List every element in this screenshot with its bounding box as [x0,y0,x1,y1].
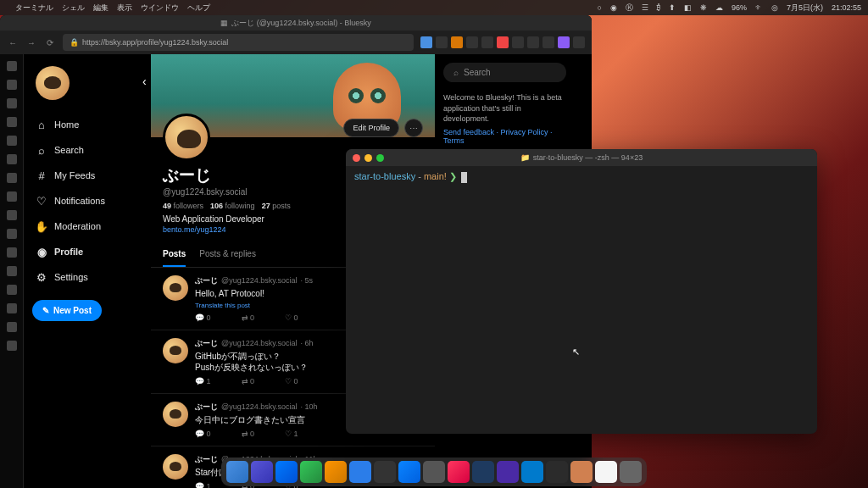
menubar-app[interactable]: ターミナル [15,3,53,14]
status-icon[interactable]: ❋ [700,3,707,12]
posts-stat[interactable]: 27 posts [262,202,291,210]
status-icon[interactable]: ⬆ [669,3,676,12]
extension-icon[interactable] [558,36,570,48]
status-icon[interactable]: ◉ [610,3,617,12]
extension-icon[interactable] [512,36,524,48]
back-button[interactable]: ← [7,36,19,48]
sidebar-tool[interactable] [7,322,17,332]
maximize-button[interactable] [376,154,384,162]
menubar-item[interactable]: シェル [62,3,85,14]
reply-button[interactable]: 💬 1 [195,482,211,488]
sidebar-tool[interactable] [7,61,17,71]
refresh-button[interactable]: ⟳ [44,36,56,48]
nav-home[interactable]: ⌂Home [32,114,142,136]
profile-avatar[interactable] [163,114,210,161]
menubar-item[interactable]: ウインドウ [141,3,179,14]
tab-posts[interactable]: Posts [163,242,186,267]
post-avatar[interactable] [163,454,188,480]
sidebar-tool[interactable] [7,136,17,146]
like-button[interactable]: ♡ 1 [285,430,298,438]
dock-app[interactable] [497,461,519,483]
sidebar-tool[interactable] [7,173,17,183]
nav-feeds[interactable]: #My Feeds [32,164,142,186]
like-button[interactable]: ♡ 0 [285,377,298,385]
post-author[interactable]: ぶーじ [195,454,218,465]
status-icon[interactable]: ◧ [684,3,692,12]
search-input[interactable]: ⌕ Search [443,63,566,82]
terminal-body[interactable]: star-to-bluesky - main! ❯ [346,166,817,434]
reply-button[interactable]: 💬 1 [195,377,211,385]
post-author[interactable]: ぶーじ [195,402,218,413]
followers-stat[interactable]: 49 followers [163,202,203,210]
sidebar-tool[interactable] [7,98,17,108]
more-button[interactable]: ⋯ [404,119,423,137]
extension-icon[interactable] [542,36,554,48]
menubar-item[interactable]: 表示 [117,3,132,14]
extension-icon[interactable] [573,36,585,48]
menubar-date[interactable]: 7月5日(水) [787,3,823,14]
menubar-item[interactable]: 編集 [93,3,108,14]
sidebar-tool[interactable] [7,191,17,202]
extension-icon[interactable] [451,36,463,48]
repost-button[interactable]: ⇄ 0 [242,430,255,438]
sidebar-tool[interactable] [7,266,17,276]
terminal-titlebar[interactable]: 📁 star-to-bluesky — -zsh — 94×23 [346,149,817,166]
extension-icon[interactable] [466,36,478,48]
sidebar-tool[interactable] [7,229,17,239]
url-bar[interactable]: 🔒 https://bsky.app/profile/yug1224.bsky.… [63,34,414,51]
dock-app[interactable] [349,461,371,483]
dock-app[interactable] [226,461,248,483]
extension-icon[interactable] [436,36,448,48]
extension-icon[interactable] [527,36,539,48]
extension-icon[interactable] [497,36,509,48]
dock-trash[interactable] [620,461,642,483]
dock-app[interactable] [423,461,445,483]
post-avatar[interactable] [163,338,188,363]
repost-button[interactable]: ⇄ 0 [242,377,255,385]
control-center-icon[interactable]: ◎ [771,3,778,12]
dock-app[interactable] [472,461,494,483]
dock-app[interactable] [570,461,593,483]
edit-profile-button[interactable]: Edit Profile [343,119,399,137]
close-button[interactable] [353,154,360,162]
following-stat[interactable]: 106 following [210,202,255,210]
dock-app[interactable] [251,461,273,483]
repost-button[interactable]: ⇄ 0 [242,313,255,322]
sidebar-tool[interactable] [7,117,17,127]
dock-app[interactable] [300,461,322,483]
dock-app[interactable] [325,461,347,483]
wifi-icon[interactable]: ᯤ [755,3,763,12]
menubar-item[interactable]: ヘルプ [187,3,210,14]
status-icon[interactable]: ○ [597,3,601,12]
reply-button[interactable]: 💬 0 [195,430,211,438]
browser-tab-title[interactable]: ぶーじ (@yug1224.bsky.social) - Bluesky [231,18,371,29]
extension-icon[interactable] [420,36,432,48]
post-avatar[interactable] [163,402,188,427]
sidebar-tool[interactable] [7,341,17,351]
sidebar-tool[interactable] [7,80,17,90]
forward-button[interactable]: → [25,36,37,48]
nav-profile[interactable]: ◉Profile [32,241,142,263]
sidebar-tool[interactable] [7,154,17,164]
dock-app[interactable] [398,461,420,483]
minimize-button[interactable] [364,154,372,162]
my-avatar[interactable] [36,66,70,100]
dock-app[interactable] [595,461,617,483]
extension-icon[interactable] [481,36,493,48]
status-icon[interactable]: ☁ [715,3,723,12]
profile-back-button[interactable]: ‹ [142,75,147,88]
menubar-time[interactable]: 21:02:55 [832,3,861,12]
terminal-window[interactable]: 📁 star-to-bluesky — -zsh — 94×23 star-to… [346,149,817,434]
new-post-button[interactable]: ✎New Post [32,300,102,321]
post-avatar[interactable] [163,275,188,301]
sidebar-tool[interactable] [7,210,17,220]
post-author[interactable]: ぶーじ [195,338,218,349]
post-author[interactable]: ぶーじ [195,275,218,286]
status-icon[interactable]: ☰ [642,3,648,12]
footer-links[interactable]: Send feedback · Privacy Policy · Terms [443,128,566,145]
battery-icon[interactable]: 96% [732,3,747,12]
dock-app[interactable] [448,461,470,483]
status-icon[interactable]: ₿ [657,3,660,12]
dock-app[interactable] [546,461,568,483]
tab-replies[interactable]: Posts & replies [199,242,256,267]
